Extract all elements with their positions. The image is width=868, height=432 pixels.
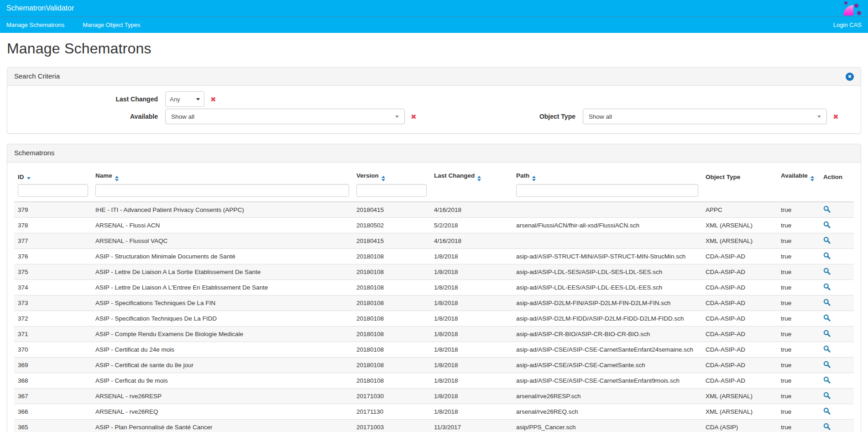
cell-name: ARSENAL - rve26RESP bbox=[92, 389, 353, 404]
cell-name: ASIP - Specifications Techniques De La F… bbox=[92, 295, 353, 311]
column-header-path[interactable]: Path bbox=[512, 169, 702, 183]
cell-path: asip-ad/ASIP-LDL-SES/ASIP-LDL-SES-LDL-SE… bbox=[512, 264, 702, 280]
table-row: 372ASIP - Specification Techniques De La… bbox=[14, 311, 854, 327]
cell-version: 20180108 bbox=[353, 311, 430, 327]
cell-id: 369 bbox=[14, 358, 92, 373]
filter-cell-action bbox=[820, 183, 854, 202]
column-header-id[interactable]: ID bbox=[14, 169, 92, 183]
clear-object-type-icon[interactable]: ✖ bbox=[833, 113, 839, 120]
table-row: 373ASIP - Specifications Techniques De L… bbox=[14, 295, 854, 311]
cell-version: 20171003 bbox=[353, 420, 430, 432]
cell-last_changed: 5/2/2018 bbox=[430, 218, 512, 233]
cell-available: true bbox=[777, 404, 820, 420]
nav-manage-object-types[interactable]: Manage Object Types bbox=[83, 21, 140, 28]
column-header-object_type: Object Type bbox=[702, 169, 777, 183]
table-row: 368ASIP - Cerficat du 9e mois201801081/8… bbox=[14, 373, 854, 389]
cell-id: 376 bbox=[14, 249, 92, 264]
view-schematron-icon[interactable] bbox=[823, 252, 831, 259]
table-row: 369ASIP - Certificat de sante du 8e jour… bbox=[14, 358, 854, 373]
available-label: Available bbox=[15, 113, 165, 120]
cell-available: true bbox=[777, 327, 820, 342]
cell-action bbox=[820, 342, 854, 358]
column-header-version[interactable]: Version bbox=[353, 169, 430, 183]
cell-action bbox=[820, 218, 854, 233]
column-label: Name bbox=[95, 172, 112, 179]
table-row: 370ASIP - Certificat du 24e mois20180108… bbox=[14, 342, 854, 358]
filter-cell-last_changed bbox=[430, 183, 512, 202]
cell-name: ASIP - Specification Techniques De La FI… bbox=[92, 311, 353, 327]
cell-version: 20180108 bbox=[353, 249, 430, 264]
view-schematron-icon[interactable] bbox=[823, 361, 831, 368]
filter-input-path[interactable] bbox=[516, 184, 698, 197]
cell-object_type: CDA-ASIP-AD bbox=[702, 358, 777, 373]
panel-collapse-icon[interactable]: ✖ bbox=[846, 73, 854, 81]
cell-version: 20180108 bbox=[353, 358, 430, 373]
object-type-select[interactable]: Show all bbox=[583, 109, 827, 124]
cell-version: 20180502 bbox=[353, 218, 430, 233]
column-label: Version bbox=[356, 172, 379, 179]
cell-path: asip-ad/ASIP-CR-BIO/ASIP-CR-BIO-CR-BIO.s… bbox=[512, 327, 702, 342]
view-schematron-icon[interactable] bbox=[823, 423, 831, 430]
cell-object_type: XML (ARSENAL) bbox=[702, 233, 777, 249]
view-schematron-icon[interactable] bbox=[823, 205, 831, 213]
last-changed-select[interactable]: Any bbox=[165, 91, 204, 107]
cell-path: asip/PPS_Cancer.sch bbox=[512, 420, 702, 432]
cell-id: 366 bbox=[14, 404, 92, 420]
view-schematron-icon[interactable] bbox=[823, 221, 831, 228]
view-schematron-icon[interactable] bbox=[823, 330, 831, 337]
sort-icon bbox=[532, 176, 536, 181]
cell-path: asip-ad/ASIP-CSE/ASIP-CSE-CarnetSante.sc… bbox=[512, 358, 702, 373]
nav-manage-schematrons[interactable]: Manage Schematrons bbox=[6, 21, 64, 28]
object-type-label: Object Type bbox=[434, 113, 583, 120]
nav-login-cas[interactable]: Login CAS bbox=[833, 21, 862, 28]
cell-last_changed: 4/16/2018 bbox=[430, 202, 512, 218]
filter-input-id[interactable] bbox=[18, 184, 88, 197]
column-label: Last Changed bbox=[434, 172, 475, 179]
clear-available-icon[interactable]: ✖ bbox=[411, 113, 417, 120]
cell-object_type: CDA-ASIP-AD bbox=[702, 373, 777, 389]
cell-available: true bbox=[777, 420, 820, 432]
available-select[interactable]: Show all bbox=[165, 109, 405, 124]
cell-action bbox=[820, 420, 854, 432]
column-header-last_changed[interactable]: Last Changed bbox=[430, 169, 512, 183]
cell-id: 377 bbox=[14, 233, 92, 249]
cell-object_type: CDA-ASIP-AD bbox=[702, 342, 777, 358]
view-schematron-icon[interactable] bbox=[823, 299, 831, 306]
cell-object_type: CDA-ASIP-AD bbox=[702, 327, 777, 342]
cell-path: asip-ad/ASIP-D2LM-FIDD/ASIP-D2LM-FIDD-D2… bbox=[512, 311, 702, 327]
table-row: 374ASIP - Lettre De Liaison A L'Entree E… bbox=[14, 280, 854, 295]
cell-last_changed: 1/8/2018 bbox=[430, 373, 512, 389]
cell-object_type: CDA-ASIP-AD bbox=[702, 295, 777, 311]
filter-cell-path bbox=[512, 183, 702, 202]
view-schematron-icon[interactable] bbox=[823, 237, 831, 244]
app-title[interactable]: SchematronValidator bbox=[0, 0, 74, 16]
cell-name: ARSENAL - Flussol VAQC bbox=[92, 233, 353, 249]
view-schematron-icon[interactable] bbox=[823, 345, 831, 353]
clear-last-changed-icon[interactable]: ✖ bbox=[210, 96, 216, 103]
filter-input-version[interactable] bbox=[356, 184, 427, 197]
cell-available: true bbox=[777, 358, 820, 373]
cell-action bbox=[820, 202, 854, 218]
cell-version: 20180108 bbox=[353, 264, 430, 280]
view-schematron-icon[interactable] bbox=[823, 407, 831, 415]
table-row: 371ASIP - Compte Rendu Examens De Biolog… bbox=[14, 327, 854, 342]
column-header-name[interactable]: Name bbox=[92, 169, 353, 183]
view-schematron-icon[interactable] bbox=[823, 392, 831, 399]
view-schematron-icon[interactable] bbox=[823, 314, 831, 321]
cell-path: arsenal/rve26RESP.sch bbox=[512, 389, 702, 404]
sort-icon bbox=[382, 176, 385, 181]
view-schematron-icon[interactable] bbox=[823, 376, 831, 384]
view-schematron-icon[interactable] bbox=[823, 268, 831, 275]
cell-action bbox=[820, 358, 854, 373]
cell-name: ASIP - Certificat du 24e mois bbox=[92, 342, 353, 358]
cell-name: ASIP - Lettre De Liaison A La Sortie Eta… bbox=[92, 264, 353, 280]
column-header-available[interactable]: Available bbox=[777, 169, 820, 183]
filter-input-name[interactable] bbox=[95, 184, 349, 197]
cell-path bbox=[512, 233, 702, 249]
view-schematron-icon[interactable] bbox=[823, 283, 831, 290]
last-changed-label: Last Changed bbox=[15, 95, 165, 103]
cell-available: true bbox=[777, 218, 820, 233]
cell-available: true bbox=[777, 373, 820, 389]
cell-id: 368 bbox=[14, 373, 92, 389]
cell-action bbox=[820, 373, 854, 389]
